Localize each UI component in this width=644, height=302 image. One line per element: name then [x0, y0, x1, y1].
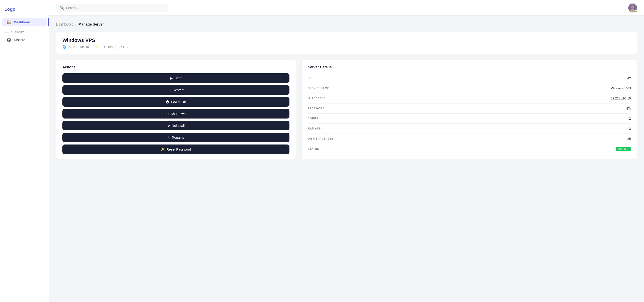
detail-value-ip: 89.213.196.10: [611, 97, 631, 100]
power-off-button[interactable]: ⏻ Power Off: [62, 97, 290, 107]
restart-icon: ↺: [168, 88, 171, 92]
detail-value-id: 42: [627, 76, 631, 80]
search-input[interactable]: [66, 6, 164, 10]
server-header-card: Windows VPS 🌐 89.213.196.10 | ⚡ 2 Cores …: [56, 32, 637, 54]
meta-sep-1: |: [92, 45, 92, 49]
start-icon: ▶: [170, 76, 173, 80]
detail-label-status: STATUS: [308, 147, 319, 150]
shutdown-icon: ⊗: [166, 112, 169, 116]
discord-icon: 🎧: [7, 38, 11, 42]
detail-label-ram: RAM (GB): [308, 127, 322, 130]
home-icon: 🏠: [7, 20, 11, 24]
sidebar-item-discord-label: Discord: [14, 38, 25, 42]
rename-icon: ✎: [167, 136, 170, 139]
support-section-label: SUPPORT: [0, 27, 49, 35]
detail-value-ram: 2: [629, 127, 631, 130]
power-off-icon: ⏻: [166, 100, 169, 104]
server-ip-icon: 🌐: [62, 45, 66, 49]
power-off-label: Power Off: [171, 100, 186, 104]
shutdown-label: Shutdown: [171, 112, 186, 116]
reinstall-button[interactable]: ↻ Reinstall: [62, 121, 290, 130]
main-content: 🔍 Dashboard / Manage Server: [49, 0, 644, 302]
detail-row-disk: DISK SPACE (GB) 25: [308, 134, 631, 144]
actions-title: Actions: [62, 65, 290, 69]
server-cores-icon: ⚡: [95, 45, 99, 49]
header: 🔍: [49, 0, 644, 16]
detail-row-password: PASSWORD N/A: [308, 103, 631, 114]
shutdown-button[interactable]: ⊗ Shutdown: [62, 109, 290, 118]
sidebar-item-discord[interactable]: 🎧 Discord: [2, 35, 47, 44]
rename-button[interactable]: ✎ Rename: [62, 133, 290, 142]
detail-value-cores: 2: [629, 117, 631, 120]
detail-row-cores: CORES 2: [308, 114, 631, 124]
restart-button[interactable]: ↺ Restart: [62, 85, 290, 95]
detail-row-ip: IP ADDRESS 89.213.196.10: [308, 93, 631, 103]
detail-label-password: PASSWORD: [308, 107, 325, 110]
detail-label-cores: CORES: [308, 117, 318, 120]
detail-value-password: N/A: [626, 107, 631, 110]
search-icon: 🔍: [60, 6, 64, 10]
server-details-title: Server Details: [308, 65, 631, 69]
reset-password-button[interactable]: 🔑 Reset Password: [62, 144, 290, 154]
server-disk: 25 GB: [119, 45, 128, 49]
server-details-card: Server Details ID 42 SERVER NAME Windows…: [301, 60, 637, 160]
breadcrumb-base: Dashboard: [56, 22, 73, 26]
detail-row-server-name: SERVER NAME Windows VPS: [308, 83, 631, 93]
restart-label: Restart: [173, 88, 184, 92]
start-button[interactable]: ▶ Start: [62, 73, 290, 83]
detail-row-status: STATUS ACTIVE: [308, 144, 631, 154]
server-ip: 89.213.196.10: [69, 45, 89, 49]
detail-label-disk: DISK SPACE (GB): [308, 137, 333, 140]
breadcrumb-separator: /: [76, 22, 76, 26]
sidebar-item-dashboard-label: Dashboard: [14, 20, 31, 24]
server-cores: 2 Cores: [102, 45, 112, 49]
reset-password-icon: 🔑: [161, 148, 165, 151]
avatar-status-dot: [635, 10, 637, 12]
detail-value-disk: 25: [627, 137, 631, 140]
search-bar[interactable]: 🔍: [56, 4, 168, 12]
reset-password-label: Reset Password: [166, 147, 191, 151]
detail-value-server-name: Windows VPS: [611, 86, 631, 90]
sidebar: Logo 🏠 Dashboard SUPPORT 🎧 Discord: [0, 0, 49, 302]
start-label: Start: [174, 76, 182, 80]
breadcrumb-current: Manage Server: [78, 22, 104, 26]
detail-label-ip: IP ADDRESS: [308, 97, 326, 100]
two-col-layout: Actions ▶ Start ↺ Restart ⏻ Power Off ⊗ …: [56, 60, 637, 160]
actions-card: Actions ▶ Start ↺ Restart ⏻ Power Off ⊗ …: [56, 60, 296, 160]
detail-label-id: ID: [308, 77, 311, 80]
breadcrumb: Dashboard / Manage Server: [56, 22, 637, 27]
details-table: ID 42 SERVER NAME Windows VPS IP ADDRESS…: [308, 73, 631, 154]
server-meta: 🌐 89.213.196.10 | ⚡ 2 Cores | 25 GB: [62, 45, 631, 49]
reinstall-icon: ↻: [167, 124, 170, 127]
detail-row-ram: RAM (GB) 2: [308, 124, 631, 134]
sidebar-nav: 🏠 Dashboard: [0, 17, 49, 27]
rename-label: Rename: [172, 135, 184, 139]
page-content: Dashboard / Manage Server Windows VPS 🌐 …: [49, 16, 644, 302]
sidebar-item-dashboard[interactable]: 🏠 Dashboard: [2, 18, 47, 27]
reinstall-label: Reinstall: [172, 124, 185, 127]
logo: Logo: [0, 5, 49, 17]
detail-label-server-name: SERVER NAME: [308, 87, 329, 90]
status-badge: ACTIVE: [616, 147, 631, 151]
server-title: Windows VPS: [62, 37, 631, 43]
meta-sep-2: |: [115, 45, 116, 49]
avatar-wrapper[interactable]: [628, 3, 637, 13]
detail-row-id: ID 42: [308, 73, 631, 83]
